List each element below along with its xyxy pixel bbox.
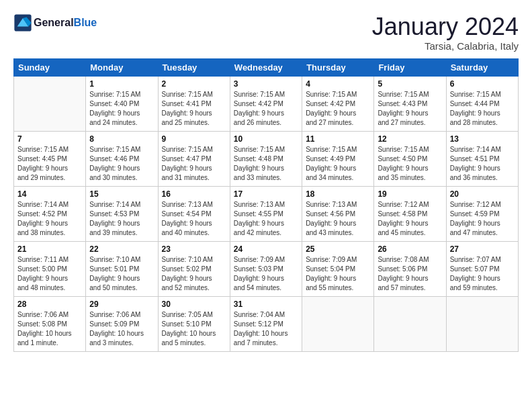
day-info: Sunrise: 7:15 AMSunset: 4:42 PMDaylight:… [306,90,370,128]
title-section: January 2024 Tarsia, Calabria, Italy [372,13,519,52]
day-cell: 16Sunrise: 7:13 AMSunset: 4:54 PMDayligh… [158,186,230,241]
day-info: Sunrise: 7:07 AMSunset: 5:07 PMDaylight:… [450,255,515,293]
week-row-3: 14Sunrise: 7:14 AMSunset: 4:52 PMDayligh… [14,186,519,241]
day-cell: 15Sunrise: 7:14 AMSunset: 4:53 PMDayligh… [86,186,158,241]
day-number: 9 [162,134,226,144]
day-info: Sunrise: 7:11 AMSunset: 5:00 PMDaylight:… [17,255,82,293]
day-info: Sunrise: 7:15 AMSunset: 4:43 PMDaylight:… [378,90,442,128]
day-info: Sunrise: 7:15 AMSunset: 4:41 PMDaylight:… [162,90,226,128]
day-number: 13 [450,134,515,144]
day-info: Sunrise: 7:15 AMSunset: 4:47 PMDaylight:… [162,145,226,183]
day-number: 11 [306,134,370,144]
day-cell: 19Sunrise: 7:12 AMSunset: 4:58 PMDayligh… [374,186,446,241]
logo-general-text: General [34,17,74,29]
day-cell: 31Sunrise: 7:04 AMSunset: 5:12 PMDayligh… [230,296,302,351]
column-header-tuesday: Tuesday [158,58,230,76]
day-info: Sunrise: 7:15 AMSunset: 4:50 PMDaylight:… [378,145,442,183]
day-number: 7 [17,134,82,144]
day-number: 26 [378,244,442,254]
day-cell: 17Sunrise: 7:13 AMSunset: 4:55 PMDayligh… [230,186,302,241]
calendar-subtitle: Tarsia, Calabria, Italy [372,40,519,52]
column-header-friday: Friday [374,58,446,76]
calendar-table: SundayMondayTuesdayWednesdayThursdayFrid… [13,58,519,352]
day-info: Sunrise: 7:15 AMSunset: 4:49 PMDaylight:… [306,145,370,183]
day-number: 31 [234,300,298,309]
day-number: 10 [234,134,298,144]
day-info: Sunrise: 7:12 AMSunset: 4:58 PMDaylight:… [378,200,442,238]
day-info: Sunrise: 7:14 AMSunset: 4:52 PMDaylight:… [17,200,82,238]
day-info: Sunrise: 7:05 AMSunset: 5:10 PMDaylight:… [162,310,226,348]
day-info: Sunrise: 7:06 AMSunset: 5:09 PMDaylight:… [89,310,154,348]
day-number: 3 [234,79,298,89]
day-number: 18 [306,189,370,199]
day-cell: 29Sunrise: 7:06 AMSunset: 5:09 PMDayligh… [86,296,158,351]
day-info: Sunrise: 7:15 AMSunset: 4:42 PMDaylight:… [234,90,298,128]
column-header-saturday: Saturday [446,58,518,76]
day-info: Sunrise: 7:08 AMSunset: 5:06 PMDaylight:… [378,255,442,293]
day-cell: 3Sunrise: 7:15 AMSunset: 4:42 PMDaylight… [230,76,302,131]
day-cell: 30Sunrise: 7:05 AMSunset: 5:10 PMDayligh… [158,296,230,351]
day-info: Sunrise: 7:10 AMSunset: 5:01 PMDaylight:… [89,255,154,293]
day-number: 4 [306,79,370,89]
day-cell [14,76,86,131]
column-header-sunday: Sunday [14,58,86,76]
day-cell [446,296,518,351]
logo-icon [13,13,32,32]
day-info: Sunrise: 7:15 AMSunset: 4:48 PMDaylight:… [234,145,298,183]
column-header-monday: Monday [86,58,158,76]
day-number: 8 [89,134,154,144]
week-row-1: 1Sunrise: 7:15 AMSunset: 4:40 PMDaylight… [14,76,519,131]
day-info: Sunrise: 7:13 AMSunset: 4:56 PMDaylight:… [306,200,370,238]
day-info: Sunrise: 7:15 AMSunset: 4:44 PMDaylight:… [450,90,515,128]
day-cell [302,296,374,351]
day-number: 27 [450,244,515,254]
logo-blue-text: Blue [74,17,97,29]
day-info: Sunrise: 7:13 AMSunset: 4:55 PMDaylight:… [234,200,298,238]
day-cell: 26Sunrise: 7:08 AMSunset: 5:06 PMDayligh… [374,241,446,296]
day-cell: 7Sunrise: 7:15 AMSunset: 4:45 PMDaylight… [14,131,86,186]
day-cell: 2Sunrise: 7:15 AMSunset: 4:41 PMDaylight… [158,76,230,131]
page-container: General Blue January 2024 Tarsia, Calabr… [0,0,532,359]
day-info: Sunrise: 7:14 AMSunset: 4:53 PMDaylight:… [89,200,154,238]
day-info: Sunrise: 7:14 AMSunset: 4:51 PMDaylight:… [450,145,515,183]
day-cell: 9Sunrise: 7:15 AMSunset: 4:47 PMDaylight… [158,131,230,186]
day-cell [374,296,446,351]
day-cell: 6Sunrise: 7:15 AMSunset: 4:44 PMDaylight… [446,76,518,131]
day-number: 16 [162,189,226,199]
day-cell: 28Sunrise: 7:06 AMSunset: 5:08 PMDayligh… [14,296,86,351]
day-cell: 25Sunrise: 7:09 AMSunset: 5:04 PMDayligh… [302,241,374,296]
week-row-4: 21Sunrise: 7:11 AMSunset: 5:00 PMDayligh… [14,241,519,296]
day-cell: 4Sunrise: 7:15 AMSunset: 4:42 PMDaylight… [302,76,374,131]
day-number: 5 [378,79,442,89]
day-info: Sunrise: 7:04 AMSunset: 5:12 PMDaylight:… [234,310,298,348]
day-info: Sunrise: 7:09 AMSunset: 5:03 PMDaylight:… [234,255,298,293]
day-info: Sunrise: 7:15 AMSunset: 4:45 PMDaylight:… [17,145,82,183]
day-cell: 11Sunrise: 7:15 AMSunset: 4:49 PMDayligh… [302,131,374,186]
day-cell: 14Sunrise: 7:14 AMSunset: 4:52 PMDayligh… [14,186,86,241]
day-number: 17 [234,189,298,199]
day-cell: 1Sunrise: 7:15 AMSunset: 4:40 PMDaylight… [86,76,158,131]
day-cell: 21Sunrise: 7:11 AMSunset: 5:00 PMDayligh… [14,241,86,296]
week-row-2: 7Sunrise: 7:15 AMSunset: 4:45 PMDaylight… [14,131,519,186]
day-number: 29 [89,300,154,309]
day-cell: 12Sunrise: 7:15 AMSunset: 4:50 PMDayligh… [374,131,446,186]
day-number: 25 [306,244,370,254]
day-cell: 13Sunrise: 7:14 AMSunset: 4:51 PMDayligh… [446,131,518,186]
column-header-thursday: Thursday [302,58,374,76]
calendar-title: January 2024 [372,13,519,40]
day-number: 6 [450,79,515,89]
day-cell: 20Sunrise: 7:12 AMSunset: 4:59 PMDayligh… [446,186,518,241]
day-number: 2 [162,79,226,89]
day-number: 28 [17,300,82,309]
day-cell: 18Sunrise: 7:13 AMSunset: 4:56 PMDayligh… [302,186,374,241]
header: General Blue January 2024 Tarsia, Calabr… [13,13,519,52]
day-number: 21 [17,244,82,254]
day-number: 14 [17,189,82,199]
column-header-wednesday: Wednesday [230,58,302,76]
day-number: 19 [378,189,442,199]
week-row-5: 28Sunrise: 7:06 AMSunset: 5:08 PMDayligh… [14,296,519,351]
day-number: 22 [89,244,154,254]
day-number: 20 [450,189,515,199]
day-info: Sunrise: 7:12 AMSunset: 4:59 PMDaylight:… [450,200,515,238]
logo: General Blue [13,13,97,32]
